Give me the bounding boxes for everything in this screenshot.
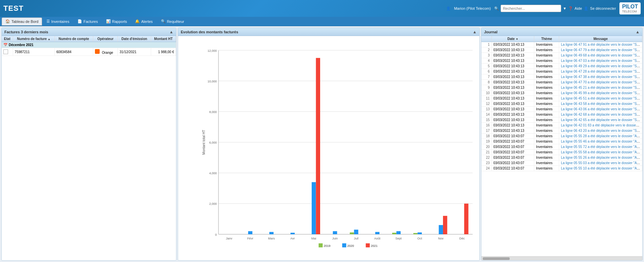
bar xyxy=(413,233,418,234)
col-montant: Montant HT xyxy=(151,36,176,42)
table-row[interactable]: 75987211 60834584 Orange 31/12/2021 1 98… xyxy=(2,48,176,56)
bar xyxy=(354,230,359,234)
list-item[interactable]: 21 03/03/2022 10:43:07 Inventaires La li… xyxy=(481,150,642,155)
nav-alertes[interactable]: 🔔 Alertes xyxy=(131,17,156,26)
message-link[interactable]: La ligne 06 47 38 a été déplacée vers le… xyxy=(561,75,642,79)
bar xyxy=(417,232,422,234)
message-link[interactable]: La ligne 06 45 21 a été déplacée vers le… xyxy=(561,86,642,89)
x-month-label: Avr xyxy=(291,237,295,240)
message-link[interactable]: La ligne 06 47 28 a été déplacée vers le… xyxy=(561,70,642,73)
list-item[interactable]: 16 03/03/2022 10:43:13 Inventaires La li… xyxy=(481,123,642,128)
list-item[interactable]: 19 03/03/2022 10:43:07 Inventaires La li… xyxy=(481,139,642,144)
list-item[interactable]: 3 03/03/2022 10:43:13 Inventaires La lig… xyxy=(481,53,642,58)
search-input[interactable] xyxy=(501,5,561,12)
logo: PILOT TELECOM xyxy=(619,2,641,14)
list-item[interactable]: 12 03/03/2022 10:43:13 Inventaires La li… xyxy=(481,101,642,107)
legend-color-box xyxy=(342,244,346,248)
list-item[interactable]: 15 03/03/2022 10:43:13 Inventaires La li… xyxy=(481,117,642,123)
list-item[interactable]: 20 03/03/2022 10:43:07 Inventaires La li… xyxy=(481,144,642,150)
cell-theme: Inventaires xyxy=(534,139,559,144)
message-link[interactable]: La ligne 05 55 46 a été déplacée vers le… xyxy=(561,140,642,143)
col-numero[interactable]: Numéro de facture ▲ xyxy=(13,36,55,42)
message-link[interactable]: La ligne 06 42 65 a été déplacée vers le… xyxy=(561,118,642,122)
message-link[interactable]: La ligne 06 42 01 83 a été déplacée vers… xyxy=(561,123,642,127)
nav-rapports[interactable]: 📊 Rapports xyxy=(102,17,131,26)
list-item[interactable]: 6 03/03/2022 10:43:13 Inventaires La lig… xyxy=(481,69,642,74)
y-tick-label: 8,000 xyxy=(209,110,217,114)
bar xyxy=(333,231,337,234)
message-link[interactable]: La ligne 06 43 20 a été déplacée vers le… xyxy=(561,129,642,133)
y-tick-label: 0 xyxy=(215,233,217,236)
nav-factures[interactable]: 📄 Factures xyxy=(74,17,102,26)
message-link[interactable]: La ligne 06 47 70 a été déplacée vers le… xyxy=(561,80,642,84)
message-link[interactable]: La ligne 05 55 26 a été déplacée vers le… xyxy=(561,156,642,159)
nav-tableau-de-bord[interactable]: 🏠 Tableau de Bord xyxy=(2,17,42,26)
message-link[interactable]: La ligne 06 49 29 a été déplacée vers le… xyxy=(561,64,642,68)
message-link[interactable]: La ligne 06 47 91 a été déplacée vers le… xyxy=(561,43,642,46)
cell-message: La ligne 06 49 29 a été déplacée vers le… xyxy=(559,64,642,69)
message-link[interactable]: La ligne 06 45 99 a été déplacée vers le… xyxy=(561,91,642,95)
orange-dot xyxy=(95,49,100,54)
journal-body[interactable]: Date ▼ Thème Message 1 03/03/2022 10:43:… xyxy=(481,36,642,256)
cell-date: 31/12/2021 xyxy=(118,48,151,56)
cell-theme: Inventaires xyxy=(534,134,559,139)
message-link[interactable]: La ligne 06 43 06 a été déplacée vers le… xyxy=(561,107,642,111)
message-link[interactable]: La ligne 06 45 51 a été déplacée vers le… xyxy=(561,97,642,100)
list-item[interactable]: 11 03/03/2022 10:43:13 Inventaires La li… xyxy=(481,96,642,101)
list-item[interactable]: 1 03/03/2022 10:43:13 Inventaires La lig… xyxy=(481,42,642,47)
message-link[interactable]: La ligne 06 43 58 a été déplacée vers le… xyxy=(561,102,642,106)
bar xyxy=(316,58,320,234)
list-item[interactable]: 23 03/03/2022 10:43:07 Inventaires La li… xyxy=(481,160,642,166)
list-item[interactable]: 24 03/03/2022 10:43:07 Inventaires La li… xyxy=(481,166,642,171)
cell-theme: Inventaires xyxy=(534,112,559,117)
cell-id: 13 xyxy=(481,107,492,112)
search-nav-icon: 🔍 xyxy=(161,19,166,24)
cell-id: 8 xyxy=(481,80,492,85)
list-item[interactable]: 8 03/03/2022 10:43:13 Inventaires La lig… xyxy=(481,80,642,85)
message-link[interactable]: La ligne 06 47 79 a été déplacée vers le… xyxy=(561,48,642,52)
cell-theme: Inventaires xyxy=(534,101,559,107)
cell-message: La ligne 06 42 68 a été déplacée vers le… xyxy=(559,112,642,117)
journal-collapse-button[interactable]: ▲ xyxy=(636,30,640,34)
message-link[interactable]: La ligne 05 55 10 a été déplacée vers le… xyxy=(561,166,642,170)
logout-label[interactable]: Se déconnecter xyxy=(590,6,616,10)
list-item[interactable]: 5 03/03/2022 10:43:13 Inventaires La lig… xyxy=(481,64,642,69)
col-date[interactable]: Date ▼ xyxy=(492,36,534,42)
col-etat: Etat xyxy=(2,36,13,42)
message-link[interactable]: La ligne 06 42 68 a été déplacée vers le… xyxy=(561,113,642,116)
doc-icon: 📄 xyxy=(77,19,82,24)
list-item[interactable]: 7 03/03/2022 10:43:13 Inventaires La lig… xyxy=(481,74,642,80)
message-link[interactable]: La ligne 05 55 28 a été déplacée vers le… xyxy=(561,134,642,138)
cell-compte: 60834584 xyxy=(55,48,93,56)
journal-panel: Journal ▲ Date ▼ Thème Message 1 03/03/2… xyxy=(481,28,643,261)
bar xyxy=(269,232,274,234)
cell-message: La ligne 06 47 91 a été déplacée vers le… xyxy=(559,42,642,47)
list-item[interactable]: 18 03/03/2022 10:43:07 Inventaires La li… xyxy=(481,134,642,139)
list-item[interactable]: 9 03/03/2022 10:43:13 Inventaires La lig… xyxy=(481,85,642,90)
list-item[interactable]: 2 03/03/2022 10:43:13 Inventaires La lig… xyxy=(481,47,642,53)
list-item[interactable]: 17 03/03/2022 10:43:13 Inventaires La li… xyxy=(481,128,642,134)
help-label[interactable]: Aide xyxy=(575,6,582,10)
message-link[interactable]: La ligne 06 47 03 a été déplacée vers le… xyxy=(561,59,642,63)
nav-inventaires[interactable]: ☰ Inventaires xyxy=(43,17,73,26)
username: Marion (Pilot Telecom) xyxy=(454,6,491,10)
cell-theme: Inventaires xyxy=(534,64,559,69)
list-item[interactable]: 4 03/03/2022 10:43:13 Inventaires La lig… xyxy=(481,58,642,64)
list-item[interactable]: 22 03/03/2022 10:43:07 Inventaires La li… xyxy=(481,155,642,160)
factures-collapse-button[interactable]: ▲ xyxy=(169,30,173,34)
dropdown-icon[interactable]: ▼ xyxy=(563,6,567,10)
list-item[interactable]: 14 03/03/2022 10:43:13 Inventaires La li… xyxy=(481,112,642,117)
list-item[interactable]: 13 03/03/2022 10:43:13 Inventaires La li… xyxy=(481,107,642,112)
cell-date: 03/03/2022 10:43:13 xyxy=(492,53,534,58)
chart-collapse-button[interactable]: ▲ xyxy=(473,30,477,34)
message-link[interactable]: La ligne 05 55 03 a été déplacée vers le… xyxy=(561,161,642,165)
list-item[interactable]: 10 03/03/2022 10:43:13 Inventaires La li… xyxy=(481,90,642,96)
horizontal-scrollbar[interactable] xyxy=(481,256,642,260)
nav-requeteur[interactable]: 🔍 Requêteur xyxy=(157,17,188,26)
message-link[interactable]: La ligne 06 49 68 a été déplacée vers le… xyxy=(561,53,642,57)
cell-id: 1 xyxy=(481,42,492,47)
cell-date: 03/03/2022 10:43:07 xyxy=(492,155,534,160)
message-link[interactable]: La ligne 05 55 72 a été déplacée vers le… xyxy=(561,145,642,149)
message-link[interactable]: La ligne 05 55 58 a été déplacée vers le… xyxy=(561,150,642,154)
cell-id: 12 xyxy=(481,101,492,107)
